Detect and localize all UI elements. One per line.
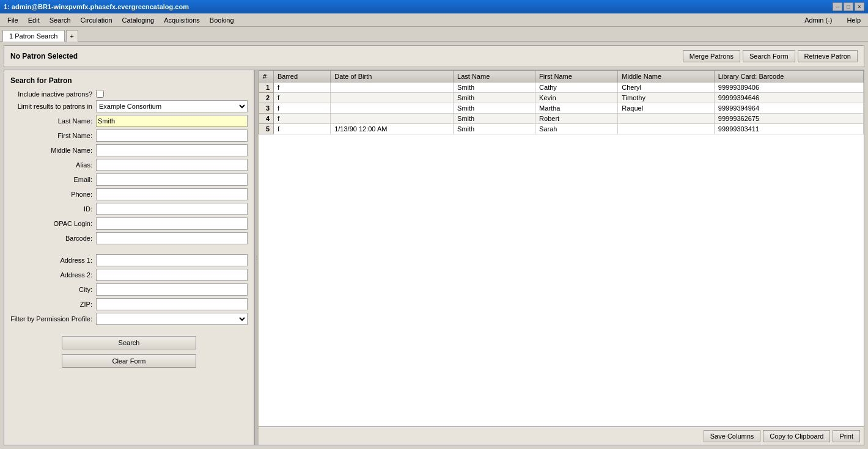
cell-barred: f (274, 82, 331, 93)
id-row: ID: (10, 203, 248, 215)
restore-button[interactable]: □ (844, 2, 853, 11)
limit-results-label: Limit results to patrons in (10, 103, 96, 110)
address1-row: Address 1: (10, 254, 248, 266)
phone-input[interactable] (96, 188, 248, 200)
menu-help[interactable]: Help (842, 15, 866, 25)
close-button[interactable]: × (855, 2, 864, 11)
minimize-button[interactable]: ─ (833, 2, 842, 11)
tab-add-button[interactable]: + (66, 30, 78, 42)
menu-edit[interactable]: Edit (23, 15, 45, 25)
menu-booking[interactable]: Booking (205, 15, 239, 25)
col-dob: Date of Birth (331, 71, 454, 82)
barcode-input[interactable] (96, 232, 248, 244)
barcode-row: Barcode: (10, 232, 248, 244)
cell-last-name: Smith (454, 114, 535, 124)
results-table-container[interactable]: # Barred Date of Birth Last Name First N… (259, 70, 864, 426)
filter-profile-label: Filter by Permission Profile: (10, 315, 96, 323)
search-button[interactable]: Search (62, 336, 196, 349)
zip-input[interactable] (96, 298, 248, 310)
cell-middle-name: Raquel (618, 103, 715, 114)
title-bar: 1: admin@BR1-winxpvmfx.phasefx.evergreen… (0, 0, 868, 13)
results-table: # Barred Date of Birth Last Name First N… (259, 70, 864, 134)
menu-circulation[interactable]: Circulation (76, 15, 117, 25)
filter-profile-row: Filter by Permission Profile: (10, 313, 248, 325)
search-form-button[interactable]: Search Form (743, 50, 795, 62)
title-bar-buttons: ─ □ × (833, 2, 864, 11)
col-last-name: Last Name (454, 71, 535, 82)
bottom-bar: Save Columns Copy to Clipboard Print (259, 426, 864, 445)
email-input[interactable] (96, 173, 248, 186)
first-name-input[interactable] (96, 130, 248, 142)
opac-login-label: OPAC Login: (10, 220, 96, 227)
city-input[interactable] (96, 283, 248, 296)
id-label: ID: (10, 205, 96, 213)
alias-label: Alias: (10, 161, 96, 169)
first-name-row: First Name: (10, 130, 248, 142)
save-columns-button[interactable]: Save Columns (704, 430, 761, 442)
opac-login-row: OPAC Login: (10, 217, 248, 230)
print-button[interactable]: Print (833, 430, 860, 442)
menu-admin[interactable]: Admin (-) (800, 15, 837, 25)
include-inactive-checkbox[interactable] (96, 90, 104, 98)
clear-form-button[interactable]: Clear Form (62, 354, 196, 368)
alias-input[interactable] (96, 159, 248, 171)
last-name-input[interactable] (96, 115, 248, 127)
menu-acquisitions[interactable]: Acquisitions (159, 15, 205, 25)
main-content: No Patron Selected Merge Patrons Search … (0, 42, 868, 449)
cell-barred: f (274, 124, 331, 134)
cell-middle-name (618, 114, 715, 124)
email-label: Email: (10, 176, 96, 183)
last-name-label: Last Name: (10, 117, 96, 125)
include-inactive-label: Include inactive patrons? (10, 90, 96, 98)
table-header-row: # Barred Date of Birth Last Name First N… (259, 71, 864, 82)
no-patron-label: No Patron Selected (10, 52, 78, 60)
address1-label: Address 1: (10, 257, 96, 264)
table-row[interactable]: 1 f Smith Cathy Cheryl 99999389406 (259, 82, 864, 93)
cell-first-name: Martha (535, 103, 618, 114)
cell-last-name: Smith (454, 124, 535, 134)
opac-login-input[interactable] (96, 217, 248, 230)
retrieve-patron-button[interactable]: Retrieve Patron (798, 50, 858, 62)
cell-first-name: Cathy (535, 82, 618, 93)
middle-name-input[interactable] (96, 144, 248, 156)
cell-barcode: 99999303411 (714, 124, 863, 134)
top-panel: No Patron Selected Merge Patrons Search … (4, 45, 864, 67)
email-row: Email: (10, 173, 248, 186)
cell-dob (331, 82, 454, 93)
cell-last-name: Smith (454, 82, 535, 93)
menu-file[interactable]: File (2, 15, 23, 25)
barcode-label: Barcode: (10, 235, 96, 242)
table-row[interactable]: 3 f Smith Martha Raquel 99999394964 (259, 103, 864, 114)
col-barcode: Library Card: Barcode (714, 71, 863, 82)
copy-clipboard-button[interactable]: Copy to Clipboard (763, 430, 830, 442)
merge-patrons-button[interactable]: Merge Patrons (683, 50, 740, 62)
alias-row: Alias: (10, 159, 248, 171)
table-row[interactable]: 2 f Smith Kevin Timothy 99999394646 (259, 93, 864, 103)
filter-profile-select[interactable] (96, 313, 248, 325)
top-panel-buttons: Merge Patrons Search Form Retrieve Patro… (683, 50, 858, 62)
cell-barcode: 99999362675 (714, 114, 863, 124)
tab-patron-search[interactable]: 1 Patron Search (2, 30, 65, 42)
cell-first-name: Robert (535, 114, 618, 124)
id-input[interactable] (96, 203, 248, 215)
results-panel: # Barred Date of Birth Last Name First N… (259, 70, 864, 445)
city-row: City: (10, 283, 248, 296)
last-name-row: Last Name: (10, 115, 248, 127)
col-first-name: First Name (535, 71, 618, 82)
zip-label: ZIP: (10, 301, 96, 308)
address1-input[interactable] (96, 254, 248, 266)
table-row[interactable]: 5 f 1/13/90 12:00 AM Smith Sarah 9999930… (259, 124, 864, 134)
cell-dob (331, 103, 454, 114)
col-barred: Barred (274, 71, 331, 82)
address2-input[interactable] (96, 269, 248, 281)
cell-barcode: 99999394964 (714, 103, 863, 114)
phone-label: Phone: (10, 191, 96, 198)
menu-search[interactable]: Search (45, 15, 76, 25)
menu-cataloging[interactable]: Cataloging (117, 15, 160, 25)
cell-last-name: Smith (454, 103, 535, 114)
middle-name-label: Middle Name: (10, 147, 96, 154)
limit-results-select[interactable]: Example Consortium (96, 100, 248, 112)
cell-first-name: Kevin (535, 93, 618, 103)
cell-num: 2 (259, 93, 274, 103)
table-row[interactable]: 4 f Smith Robert 99999362675 (259, 114, 864, 124)
